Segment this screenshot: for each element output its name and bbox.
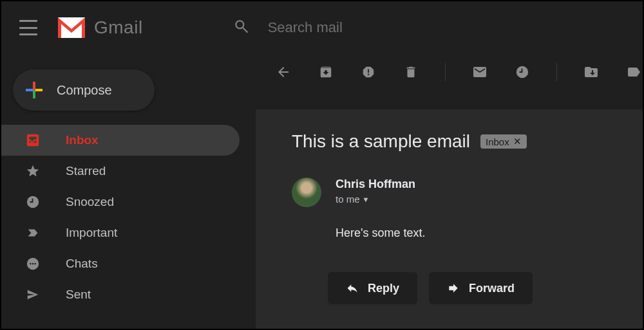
search-bar[interactable] — [233, 18, 526, 37]
search-icon — [233, 18, 250, 37]
app-header: Gmail — [1, 1, 643, 54]
forward-label: Forward — [469, 282, 515, 295]
important-icon — [26, 226, 41, 240]
sender-name: Chris Hoffman — [336, 178, 415, 191]
forward-button[interactable]: Forward — [429, 272, 533, 304]
sender-avatar[interactable] — [292, 178, 321, 207]
chat-icon — [26, 257, 41, 271]
sidebar-item-label: Important — [66, 226, 117, 240]
close-icon[interactable]: ✕ — [513, 136, 522, 147]
snooze-button[interactable] — [514, 64, 531, 80]
main-menu-button[interactable] — [19, 20, 37, 35]
reply-icon — [346, 282, 359, 295]
gmail-icon — [58, 17, 85, 38]
labels-button[interactable] — [625, 64, 642, 80]
sent-icon — [26, 288, 41, 302]
email-subject: This is a sample email — [292, 131, 470, 152]
svg-point-7 — [34, 263, 36, 265]
sidebar-item-inbox[interactable]: Inbox — [1, 125, 240, 156]
plus-icon — [26, 82, 43, 98]
message-panel: This is a sample email Inbox ✕ Chris Hof… — [256, 109, 643, 329]
chevron-down-icon: ▼ — [363, 196, 370, 203]
app-name: Gmail — [94, 17, 143, 38]
sidebar: Compose Inbox Starred Snoozed Important … — [1, 54, 256, 329]
sidebar-item-starred[interactable]: Starred — [1, 156, 240, 187]
compose-button[interactable]: Compose — [13, 69, 155, 111]
sidebar-item-important[interactable]: Important — [1, 217, 240, 248]
toolbar-separator — [445, 63, 446, 81]
main-area: This is a sample email Inbox ✕ Chris Hof… — [256, 54, 643, 329]
sidebar-item-sent[interactable]: Sent — [1, 279, 240, 310]
mark-unread-button[interactable] — [471, 64, 488, 80]
sidebar-item-snoozed[interactable]: Snoozed — [1, 187, 240, 217]
svg-rect-0 — [58, 17, 85, 38]
recipient-line[interactable]: to me ▼ — [336, 194, 415, 205]
label-chip-text: Inbox — [486, 136, 509, 147]
sidebar-item-chats[interactable]: Chats — [1, 248, 240, 279]
sidebar-item-label: Sent — [66, 288, 91, 302]
delete-button[interactable] — [402, 64, 419, 80]
message-toolbar — [256, 54, 643, 90]
sidebar-item-label: Chats — [66, 257, 98, 271]
svg-point-5 — [30, 263, 32, 265]
search-input[interactable] — [268, 19, 526, 36]
sidebar-item-label: Snoozed — [66, 195, 114, 209]
move-to-button[interactable] — [583, 64, 600, 80]
forward-icon — [447, 282, 460, 295]
clock-icon — [26, 195, 41, 209]
back-button[interactable] — [275, 64, 292, 80]
sidebar-item-label: Inbox — [66, 133, 99, 147]
reply-label: Reply — [368, 282, 399, 295]
star-icon — [26, 164, 41, 178]
archive-button[interactable] — [317, 64, 334, 80]
gmail-logo[interactable]: Gmail — [58, 17, 143, 38]
email-body: Here's some text. — [336, 226, 643, 240]
sidebar-item-label: Starred — [66, 164, 106, 178]
reply-button[interactable]: Reply — [328, 272, 417, 304]
svg-point-6 — [32, 263, 34, 265]
spam-button[interactable] — [360, 64, 377, 80]
toolbar-separator — [556, 63, 557, 81]
compose-label: Compose — [57, 83, 112, 98]
inbox-icon — [26, 133, 41, 147]
label-chip[interactable]: Inbox ✕ — [480, 134, 527, 149]
